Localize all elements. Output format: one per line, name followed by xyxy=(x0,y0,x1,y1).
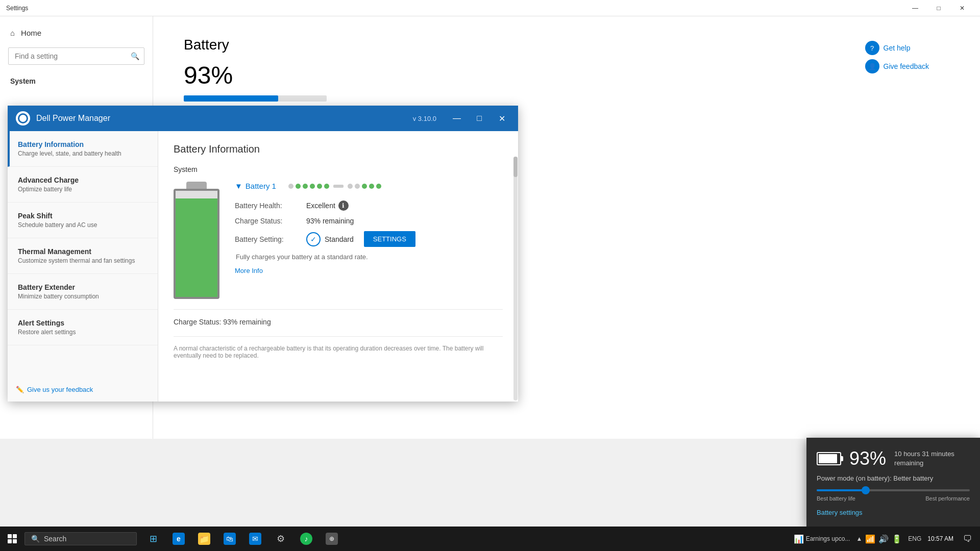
gear-icon: ⚙ xyxy=(275,533,287,545)
find-setting-input[interactable] xyxy=(8,47,144,65)
pm-maximize-button[interactable]: □ xyxy=(471,110,487,127)
power-slider-thumb[interactable] xyxy=(862,486,870,494)
taskbar-app-store[interactable]: 🛍 xyxy=(217,527,242,551)
nav-battery-information[interactable]: Battery Information Charge level, state,… xyxy=(8,131,158,167)
language-indicator[interactable]: ENG xyxy=(908,535,921,542)
battery-header-row: ▼ Battery 1 xyxy=(235,182,503,190)
home-label: Home xyxy=(21,29,41,37)
battery-body xyxy=(174,189,219,299)
dell-pm-version: v 3.10.0 xyxy=(413,115,436,122)
close-button[interactable]: ✕ xyxy=(950,0,974,16)
sidebar-search-container: 🔍 xyxy=(8,47,144,65)
taskbar-app-spotify[interactable]: ♪ xyxy=(294,527,318,551)
settings-title: Settings xyxy=(6,5,28,12)
popup-time: 10 hours 31 minutes remaining xyxy=(894,449,954,468)
taskbar-system-tray: 📊 Earnings upco... ▲ 📶 🔊 🔋 ENG 10:57 AM … xyxy=(794,527,980,551)
battery-setting-row: Battery Setting: ✓ Standard SETTINGS xyxy=(235,231,503,247)
pm-close-button[interactable]: ✕ xyxy=(494,110,510,127)
maximize-button[interactable]: □ xyxy=(927,0,950,16)
more-info-link[interactable]: More Info xyxy=(235,267,503,274)
pm-minimize-button[interactable]: — xyxy=(449,110,465,127)
scrollbar-thumb[interactable] xyxy=(513,157,518,177)
nav-alert-settings-title: Alert Settings xyxy=(18,319,148,327)
battery-health-text: Excellent xyxy=(306,202,335,210)
taskbar-app-explorer[interactable]: 📁 xyxy=(192,527,216,551)
nav-battery-extender-title: Battery Extender xyxy=(18,283,148,291)
perf-dot-4 xyxy=(369,184,374,189)
power-slider-track[interactable] xyxy=(817,489,970,491)
chevron-up-icon[interactable]: ▲ xyxy=(856,535,862,542)
notification-icon: 🗨 xyxy=(963,534,972,544)
home-nav-item[interactable]: ⌂ Home xyxy=(0,22,153,43)
volume-icon[interactable]: 🔊 xyxy=(878,534,889,544)
popup-slider-labels: Best battery life Best performance xyxy=(817,495,970,502)
system-category-label: System xyxy=(0,69,153,89)
taskbar-app-task-view[interactable]: ⊞ xyxy=(141,527,165,551)
taskbar-app-extra[interactable]: ⊕ xyxy=(320,527,344,551)
taskbar-app-mail[interactable]: ✉ xyxy=(243,527,267,551)
nav-peak-shift-desc: Schedule battery and AC use xyxy=(18,221,148,229)
charge-dot-4 xyxy=(317,184,322,189)
taskbar-apps: ⊞ e 📁 🛍 ✉ ⚙ ♪ ⊕ xyxy=(141,527,344,551)
battery-tray-icon[interactable]: 🔋 xyxy=(892,534,902,544)
mail-icon: ✉ xyxy=(249,533,261,545)
taskbar-search-box[interactable]: 🔍 Search xyxy=(24,532,137,545)
standard-checkmark-icon: ✓ xyxy=(306,232,321,246)
best-performance-label: Best performance xyxy=(925,495,970,502)
power-slider-fill xyxy=(817,489,866,491)
system-label: System xyxy=(174,165,503,173)
charge-dot-1 xyxy=(296,184,301,189)
pm-feedback-button[interactable]: ✏️ Give us your feedback xyxy=(16,386,93,393)
pm-feedback-label: Give us your feedback xyxy=(27,386,93,393)
dell-logo xyxy=(16,111,30,126)
give-feedback-link[interactable]: 👤 Give feedback xyxy=(865,59,929,73)
health-dot-1 xyxy=(288,184,293,189)
help-area: ? Get help 👤 Give feedback xyxy=(865,41,929,73)
titlebar-controls: — □ ✕ xyxy=(903,0,974,16)
action-center-button[interactable]: 🗨 xyxy=(960,527,976,551)
get-help-icon: ? xyxy=(865,41,879,55)
battery-selector-dropdown[interactable]: ▼ Battery 1 xyxy=(235,182,276,190)
start-button[interactable] xyxy=(0,527,24,551)
nav-battery-information-title: Battery Information xyxy=(18,140,148,148)
extra-app-icon: ⊕ xyxy=(326,533,338,545)
nav-peak-shift[interactable]: Peak Shift Schedule battery and AC use xyxy=(8,203,158,238)
nav-thermal-management-title: Thermal Management xyxy=(18,247,148,256)
nav-advanced-charge[interactable]: Advanced Charge Optimize battery life xyxy=(8,167,158,203)
notification-area: ▲ 📶 🔊 🔋 xyxy=(852,534,906,544)
feedback-edit-icon: ✏️ xyxy=(16,386,24,393)
nav-battery-extender[interactable]: Battery Extender Minimize battery consum… xyxy=(8,274,158,310)
minimize-button[interactable]: — xyxy=(903,0,927,16)
battery-selector-label: Battery 1 xyxy=(246,182,276,190)
nav-battery-extender-desc: Minimize battery consumption xyxy=(18,293,148,300)
popup-battery-icon xyxy=(817,452,841,465)
clock-display[interactable]: 10:57 AM xyxy=(923,535,958,543)
battery-settings-link[interactable]: Battery settings xyxy=(817,509,970,516)
taskbar-app-edge[interactable]: e xyxy=(166,527,191,551)
start-sq-3 xyxy=(8,539,12,543)
battery-info-layout: ▼ Battery 1 xyxy=(174,182,503,299)
get-help-link[interactable]: ? Get help xyxy=(865,41,929,55)
language-label: ENG xyxy=(908,535,921,542)
main-scrollbar[interactable] xyxy=(513,157,518,400)
nav-advanced-charge-title: Advanced Charge xyxy=(18,176,148,184)
battery-bar-fill xyxy=(184,95,278,102)
taskbar-search-label: Search xyxy=(44,535,66,543)
popup-slider-container: Best battery life Best performance xyxy=(817,489,970,502)
battery-visual xyxy=(174,182,219,299)
info-icon[interactable]: ℹ xyxy=(338,201,349,211)
edge-icon: e xyxy=(173,533,185,545)
battery-setting-value: Standard xyxy=(325,235,354,243)
give-feedback-label: Give feedback xyxy=(884,62,929,70)
battery-popup: 93% 10 hours 31 minutes remaining Power … xyxy=(806,438,980,527)
taskbar-app-settings[interactable]: ⚙ xyxy=(268,527,293,551)
settings-button[interactable]: SETTINGS xyxy=(364,231,415,247)
charge-dot-3 xyxy=(310,184,315,189)
nav-peak-shift-title: Peak Shift xyxy=(18,212,148,220)
nav-thermal-management[interactable]: Thermal Management Customize system ther… xyxy=(8,238,158,274)
network-icon[interactable]: 📶 xyxy=(865,534,875,544)
earnings-notification[interactable]: 📊 Earnings upco... xyxy=(794,534,850,544)
nav-alert-settings[interactable]: Alert Settings Restore alert settings xyxy=(8,310,158,345)
nav-alert-settings-desc: Restore alert settings xyxy=(18,329,148,336)
start-sq-2 xyxy=(13,534,17,538)
